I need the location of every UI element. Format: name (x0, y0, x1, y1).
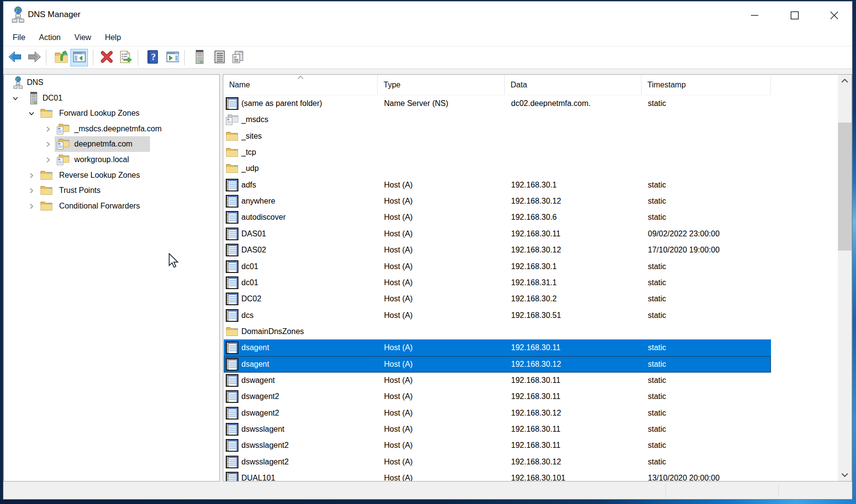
record-row-dc02[interactable]: DC02Host (A)192.168.30.2static (224, 291, 771, 307)
record-row--tcp[interactable]: _tcp (224, 144, 771, 161)
record-row-domaindnszones[interactable]: DomainDnsZones (224, 323, 771, 340)
status-bar-separator (778, 484, 779, 497)
menu-file[interactable]: File (6, 29, 32, 46)
record-row--same-as-parent-folder-[interactable]: (same as parent folder)Name Server (NS)d… (224, 95, 771, 112)
tree-item-dns[interactable]: DNS (4, 75, 219, 90)
record-row-dual101[interactable]: DUAL101Host (A)192.168.30.10113/10/2020 … (224, 470, 771, 482)
record-data: 192.168.30.101 (511, 470, 642, 482)
record-name: DUAL101 (241, 470, 378, 482)
column-header-data[interactable]: Data (505, 75, 642, 95)
record-row-dswagent[interactable]: dswagentHost (A)192.168.30.11static (224, 372, 771, 389)
record-row-anywhere[interactable]: anywhereHost (A)192.168.30.12static (224, 193, 771, 210)
menu-view[interactable]: View (67, 29, 98, 46)
chevron-right-icon[interactable] (28, 172, 35, 179)
forward-arrow-icon (27, 50, 42, 66)
record-row-das01[interactable]: DAS01Host (A)192.168.30.1109/02/2022 23:… (224, 226, 771, 242)
chevron-right-icon[interactable] (28, 203, 35, 210)
back-button[interactable] (6, 49, 23, 66)
menu-help[interactable]: Help (98, 29, 128, 46)
record-type (384, 128, 505, 145)
record-list-button[interactable] (210, 49, 228, 66)
record-data (511, 323, 642, 340)
desktop: DNS Manager FileActionViewHelp (0, 0, 856, 504)
console-tree-pane[interactable]: DNS DC01 Forward Lookup Zones _msdcs.dee… (3, 74, 220, 482)
tree-item-forward-lookup-zones[interactable]: Forward Lookup Zones (4, 105, 219, 121)
record-type: Host (A) (384, 258, 505, 275)
title-bar[interactable]: DNS Manager (3, 1, 852, 29)
up-one-level-button[interactable] (52, 49, 70, 66)
record-data (511, 111, 642, 128)
record-row-dsagent[interactable]: dsagentHost (A)192.168.30.12static (224, 356, 771, 373)
chevron-down-icon[interactable] (12, 95, 19, 102)
record-row--udp[interactable]: _udp (224, 160, 771, 177)
record-row-dswagent2[interactable]: dswagent2Host (A)192.168.30.12static (224, 405, 771, 421)
menu-bar: FileActionViewHelp (3, 29, 852, 46)
close-button[interactable] (817, 1, 851, 29)
record-row-dswsslagent[interactable]: dswsslagentHost (A)192.168.30.11static (224, 421, 771, 438)
record-row-dswsslagent2[interactable]: dswsslagent2Host (A)192.168.30.11static (224, 437, 771, 454)
tree-item-trust-points[interactable]: Trust Points (4, 183, 219, 198)
toolbar-gap (3, 69, 852, 74)
chevron-down-icon[interactable] (28, 110, 35, 117)
show-console-tree-button[interactable] (70, 49, 88, 66)
scrollbar-thumb[interactable] (838, 123, 852, 251)
vertical-scrollbar[interactable] (838, 75, 852, 481)
column-header-timestamp[interactable]: Timestamp (642, 75, 771, 95)
record-row--msdcs[interactable]: _msdcs (224, 111, 771, 128)
tree-item--msdcs-deepnetmfa-com[interactable]: _msdcs.deepnetmfa.com (4, 121, 219, 137)
tree-item-reverse-lookup-zones[interactable]: Reverse Lookup Zones (4, 168, 219, 183)
record-row-dc01[interactable]: dc01Host (A)192.168.30.1static (224, 258, 771, 275)
record-type: Host (A) (384, 291, 505, 307)
record-row-dsagent[interactable]: dsagentHost (A)192.168.30.11static (224, 339, 771, 356)
dns-manager-app-icon (12, 6, 24, 23)
record-icon (226, 309, 238, 322)
record-icon (226, 228, 238, 240)
tree-item-deepnetmfa-com[interactable]: deepnetmfa.com (4, 136, 219, 152)
chevron-right-icon[interactable] (44, 126, 52, 133)
record-name: DomainDnsZones (241, 323, 378, 340)
tree-item-label: deepnetmfa.com (74, 136, 132, 152)
record-timestamp: static (648, 356, 770, 373)
help-button[interactable]: ? (144, 49, 161, 66)
record-data: 192.168.30.12 (511, 405, 642, 421)
tree-item-dc01[interactable]: DC01 (4, 90, 219, 106)
toolbar-separator (138, 50, 138, 65)
record-row-dswsslagent2[interactable]: dswsslagent2Host (A)192.168.30.12static (224, 454, 771, 470)
svg-text:?: ? (151, 52, 156, 62)
record-timestamp (648, 144, 770, 161)
column-header-type[interactable]: Type (378, 75, 505, 95)
chevron-right-icon[interactable] (44, 141, 52, 148)
record-name: dcs (241, 307, 378, 324)
chevron-right-icon[interactable] (44, 156, 52, 164)
record-data: 192.168.30.2 (511, 291, 642, 307)
export-list-button[interactable] (116, 49, 134, 66)
record-data (511, 128, 642, 145)
record-row-autodiscover[interactable]: autodiscoverHost (A)192.168.30.6static (224, 209, 771, 226)
record-row-dswagent2[interactable]: dswagent2Host (A)192.168.30.11static (224, 388, 771, 405)
scroll-up-button[interactable] (838, 75, 852, 87)
record-row-dcs[interactable]: dcsHost (A)192.168.30.51static (224, 307, 771, 324)
copy-button[interactable] (229, 49, 246, 66)
forward-button[interactable] (25, 49, 43, 66)
record-data: dc02.deepnetmfa.com. (511, 95, 642, 112)
maximize-button[interactable] (777, 1, 812, 29)
tree-item-workgroup-local[interactable]: workgroup.local (4, 152, 219, 168)
chevron-right-icon[interactable] (28, 187, 35, 194)
menu-action[interactable]: Action (32, 29, 67, 46)
record-type: Host (A) (384, 372, 505, 389)
record-row--sites[interactable]: _sites (224, 128, 771, 145)
record-icon (226, 358, 238, 371)
server-button[interactable] (191, 49, 208, 66)
new-window-button[interactable] (164, 49, 181, 66)
delete-button[interactable] (98, 49, 115, 66)
minimize-button[interactable] (737, 1, 771, 29)
record-row-das02[interactable]: DAS02Host (A)192.168.30.1217/10/2020 19:… (224, 242, 771, 258)
record-name: anywhere (241, 193, 378, 210)
tree-item-conditional-forwarders[interactable]: Conditional Forwarders (4, 198, 219, 214)
records-list-pane[interactable]: NameTypeDataTimestamp (same as parent fo… (223, 74, 852, 482)
record-row-adfs[interactable]: adfsHost (A)192.168.30.1static (224, 177, 771, 193)
record-name: autodiscover (241, 209, 378, 226)
record-icon (226, 341, 238, 354)
scroll-down-button[interactable] (838, 469, 852, 481)
record-row-dc01[interactable]: dc01Host (A)192.168.31.1static (224, 274, 771, 291)
